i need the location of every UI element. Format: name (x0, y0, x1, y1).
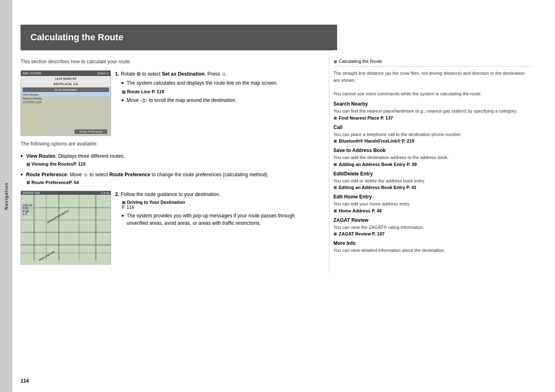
map2-time: 1/20 mi (23, 204, 32, 207)
step1-bullet1-text: The system calculates and displays the r… (127, 79, 278, 87)
search-nearby-text: You can find the nearest place/landmark … (333, 108, 530, 115)
map1-header: ABC STORE Driver 1 (21, 71, 111, 76)
map1-address2: ANYPLACE, CA (21, 81, 111, 87)
edit-delete-ref: Editing an Address Book Entry P. 41 (333, 185, 530, 190)
intro-text: This section describes how to calculate … (21, 59, 317, 65)
edit-home-title: Edit Home Entry (333, 194, 530, 200)
zagat-title: ZAGAT Review (333, 217, 530, 223)
zagat-ref: ZAGAT Review P. 107 (333, 231, 530, 236)
page-number: 114 (21, 378, 29, 384)
right-section-call: Call You can place a telephone call to t… (333, 125, 530, 144)
right-column: Calculating the Route The straight line … (329, 55, 534, 273)
option-view-routes: • View Routes: Displays three different … (21, 152, 317, 168)
step1: 1. Rotate ⊙ to select Set as Destination… (115, 70, 317, 104)
map1-address1: 1234 MAIN ST (21, 76, 111, 81)
bullet-dot-2: • (21, 171, 23, 178)
map1-store: ABC STORE (23, 71, 42, 75)
option-view-routes-text: View Routes: Displays three different ro… (26, 152, 317, 168)
more-info-text: You can view detailed information about … (333, 247, 530, 254)
step2: 2. Follow the route guidance to your des… (115, 191, 317, 227)
map2-dist-top: 0.4 mi (101, 191, 109, 194)
step2-ref1-page: P. 116 (122, 205, 317, 210)
step1-pair: ABC STORE Driver 1 1234 MAIN ST ANYPLACE… (21, 70, 317, 136)
step2-bullet1: The system provides you with pop-up mess… (122, 212, 317, 227)
viewing-routes-ref: Viewing the Routes P. 115 (26, 161, 317, 168)
right-section-edit-home: Edit Home Entry You can edit your home a… (333, 194, 530, 213)
sidebar: Navigation (0, 0, 12, 392)
map1-driver: Driver 1 (97, 71, 109, 75)
right-section-zagat: ZAGAT Review You can view the ZAGAT® rat… (333, 217, 530, 237)
option-route-pref-text: Route Preference: Move ☺ to select Route… (26, 171, 317, 186)
title-rule (21, 50, 333, 51)
right-intro: The straight line distance (as the crow … (333, 70, 530, 97)
map1-view-routes: View Routes (21, 93, 111, 97)
map2-info: 1/20 mi 0:05 to go 2.2 (22, 203, 33, 216)
step1-ref1-label: Route Line P. 118 (127, 89, 164, 94)
edit-home-text: You can edit your home address entry. (333, 201, 530, 208)
options-list: The following options are available: • V… (21, 141, 317, 186)
call-text: You can place a telephone call to the de… (333, 131, 530, 138)
right-section-save-address: Save to Address Book You can add the des… (333, 148, 530, 167)
left-column: This section describes how to calculate … (12, 55, 325, 273)
call-ref: Bluetooth® HandsFreeLink® P. 210 (333, 138, 530, 143)
step1-bullet2: Move ◁▷ to scroll the map around the des… (122, 97, 317, 104)
right-section-search-nearby: Search Nearby You can find the nearest p… (333, 101, 530, 120)
edit-delete-title: Edit/Delete Entry (333, 171, 530, 177)
zagat-text: You can view the ZAGAT® rating informati… (333, 224, 530, 231)
step1-bullet2-text: Move ◁▷ to scroll the map around the des… (127, 97, 236, 104)
map2-togo: to go (23, 210, 32, 212)
sidebar-label: Navigation (4, 182, 9, 210)
options-intro: The following options are available: (21, 141, 317, 147)
step1-indent: The system calculates and displays the r… (115, 79, 317, 104)
map2-header: MARINE AVE 0.4 mi (21, 191, 111, 195)
option-route-pref: • Route Preference: Move ☺ to select Rou… (21, 171, 317, 186)
save-address-title: Save to Address Book (333, 148, 530, 153)
edit-delete-text: You can edit or delete the address book … (333, 178, 530, 184)
save-address-text: You can add the destination address to t… (333, 154, 530, 161)
map2-street1: MARINE AVE (23, 191, 40, 194)
search-nearby-title: Search Nearby (333, 101, 530, 107)
step2-indent: Driving to Your Destination P. 116 The s… (115, 200, 317, 227)
step2-text: Follow the route guidance to your destin… (121, 191, 220, 197)
right-section-more-info: More Info You can view detailed informat… (333, 240, 530, 254)
more-info-title: More Info (333, 240, 530, 246)
step2-content: 2. Follow the route guidance to your des… (115, 191, 317, 265)
right-header-text: Calculating the Route (339, 59, 382, 64)
save-address-ref: Adding an Address Book Entry P. 39 (333, 162, 530, 167)
step1-number: 1. (115, 71, 119, 77)
title-bar: Calculating the Route (21, 25, 337, 50)
right-section-edit-delete: Edit/Delete Entry You can edit or delete… (333, 171, 530, 190)
map2-miles: 2.2 (23, 212, 32, 215)
search-nearby-ref: Find Nearest Place P. 137 (333, 115, 530, 120)
page-title: Calculating the Route (30, 32, 327, 43)
right-panel-header: Calculating the Route (333, 59, 530, 67)
step2-bullet1-text: The system provides you with pop-up mess… (127, 212, 317, 227)
main-content: Calculating the Route This section descr… (12, 0, 555, 392)
map1-set-dest: Set as Destination (23, 88, 109, 92)
step2-ref1: Driving to Your Destination (122, 200, 317, 205)
bullet-dot-1: • (21, 153, 23, 159)
map2-mins: 0:05 (23, 207, 32, 210)
map1-search-nearby: Search Nearby (21, 97, 111, 100)
call-title: Call (333, 125, 530, 130)
content-columns: This section describes how to calculate … (12, 55, 555, 273)
step1-bullet1: The system calculates and displays the r… (122, 79, 317, 87)
edit-home-ref: Home Address P. 46 (333, 208, 530, 213)
step1-content: 1. Rotate ⊙ to select Set as Destination… (115, 70, 317, 136)
map1-box: ABC STORE Driver 1 1234 MAIN ST ANYPLACE… (21, 70, 111, 136)
map2-box: MARINE AVE 0.4 mi (21, 191, 111, 265)
step1-ref1: Route Line P. 118 (122, 89, 317, 94)
step2-number: 2. (115, 191, 119, 197)
map1-route-pref: Route Preference (74, 129, 107, 134)
step1-text: Rotate ⊙ to select Set as Destination. P… (121, 71, 228, 77)
route-pref-ref: Route Preference P. 54 (26, 179, 317, 186)
step2-pair: MARINE AVE 0.4 mi (21, 191, 317, 265)
